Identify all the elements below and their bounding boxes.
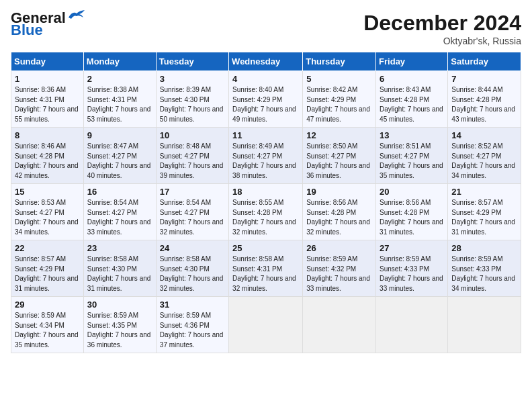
day-info: Sunrise: 8:48 AMSunset: 4:27 PMDaylight:…: [160, 142, 224, 179]
day-cell: 20 Sunrise: 8:56 AMSunset: 4:28 PMDaylig…: [376, 184, 448, 240]
day-info: Sunrise: 8:58 AMSunset: 4:30 PMDaylight:…: [87, 255, 151, 292]
day-number: 4: [232, 74, 299, 84]
day-number: 27: [380, 243, 444, 253]
day-info: Sunrise: 8:39 AMSunset: 4:30 PMDaylight:…: [160, 86, 224, 123]
day-cell: 25 Sunrise: 8:58 AMSunset: 4:31 PMDaylig…: [229, 240, 303, 297]
day-cell: 10 Sunrise: 8:48 AMSunset: 4:27 PMDaylig…: [156, 128, 228, 184]
day-number: 10: [160, 130, 225, 140]
day-number: 29: [15, 300, 80, 310]
day-cell: 29 Sunrise: 8:59 AMSunset: 4:34 PMDaylig…: [11, 297, 84, 353]
day-number: 5: [306, 74, 372, 84]
day-number: 8: [15, 130, 80, 140]
day-number: 3: [160, 74, 225, 84]
day-cell: 9 Sunrise: 8:47 AMSunset: 4:27 PMDayligh…: [83, 128, 156, 184]
day-info: Sunrise: 8:36 AMSunset: 4:31 PMDaylight:…: [15, 86, 79, 123]
day-cell: 12 Sunrise: 8:50 AMSunset: 4:27 PMDaylig…: [303, 128, 376, 184]
day-info: Sunrise: 8:52 AMSunset: 4:27 PMDaylight:…: [451, 142, 515, 179]
day-cell: 3 Sunrise: 8:39 AMSunset: 4:30 PMDayligh…: [156, 71, 228, 128]
logo-blue-text: Blue: [11, 23, 43, 38]
day-number: 15: [15, 187, 80, 197]
weekday-header-monday: Monday: [83, 52, 156, 71]
week-row-4: 22 Sunrise: 8:57 AMSunset: 4:29 PMDaylig…: [11, 240, 521, 297]
location-subtitle: Oktyabr'sk, Russia: [363, 36, 521, 46]
day-cell: 21 Sunrise: 8:57 AMSunset: 4:29 PMDaylig…: [448, 184, 521, 240]
day-cell: 28 Sunrise: 8:59 AMSunset: 4:33 PMDaylig…: [448, 240, 521, 297]
day-number: 18: [232, 187, 299, 197]
day-info: Sunrise: 8:59 AMSunset: 4:33 PMDaylight:…: [451, 255, 515, 292]
day-cell: 13 Sunrise: 8:51 AMSunset: 4:27 PMDaylig…: [376, 128, 448, 184]
day-cell: 19 Sunrise: 8:56 AMSunset: 4:28 PMDaylig…: [303, 184, 376, 240]
day-number: 7: [451, 74, 517, 84]
day-number: 11: [232, 130, 299, 140]
day-cell: 24 Sunrise: 8:58 AMSunset: 4:30 PMDaylig…: [156, 240, 228, 297]
day-number: 17: [160, 187, 225, 197]
day-cell: 22 Sunrise: 8:57 AMSunset: 4:29 PMDaylig…: [11, 240, 84, 297]
day-cell: 1 Sunrise: 8:36 AMSunset: 4:31 PMDayligh…: [11, 71, 84, 128]
day-info: Sunrise: 8:38 AMSunset: 4:31 PMDaylight:…: [87, 86, 151, 123]
day-cell: 8 Sunrise: 8:46 AMSunset: 4:28 PMDayligh…: [11, 128, 84, 184]
day-cell: 14 Sunrise: 8:52 AMSunset: 4:27 PMDaylig…: [448, 128, 521, 184]
day-number: 25: [232, 243, 299, 253]
day-info: Sunrise: 8:47 AMSunset: 4:27 PMDaylight:…: [87, 142, 151, 179]
day-number: 22: [15, 243, 80, 253]
day-cell: 7 Sunrise: 8:44 AMSunset: 4:28 PMDayligh…: [448, 71, 521, 128]
day-cell: 18 Sunrise: 8:55 AMSunset: 4:28 PMDaylig…: [229, 184, 303, 240]
day-cell: [448, 297, 521, 353]
weekday-header-saturday: Saturday: [448, 52, 521, 71]
day-info: Sunrise: 8:49 AMSunset: 4:27 PMDaylight:…: [232, 142, 296, 179]
day-cell: 4 Sunrise: 8:40 AMSunset: 4:29 PMDayligh…: [229, 71, 303, 128]
day-info: Sunrise: 8:57 AMSunset: 4:29 PMDaylight:…: [15, 255, 79, 292]
week-row-2: 8 Sunrise: 8:46 AMSunset: 4:28 PMDayligh…: [11, 128, 521, 184]
day-cell: 6 Sunrise: 8:43 AMSunset: 4:28 PMDayligh…: [376, 71, 448, 128]
day-cell: 31 Sunrise: 8:59 AMSunset: 4:36 PMDaylig…: [156, 297, 228, 353]
day-cell: 23 Sunrise: 8:58 AMSunset: 4:30 PMDaylig…: [83, 240, 156, 297]
day-number: 6: [380, 74, 444, 84]
day-info: Sunrise: 8:51 AMSunset: 4:27 PMDaylight:…: [380, 142, 443, 179]
day-number: 13: [380, 130, 444, 140]
weekday-header-friday: Friday: [376, 52, 448, 71]
day-number: 20: [380, 187, 444, 197]
day-info: Sunrise: 8:53 AMSunset: 4:27 PMDaylight:…: [15, 199, 79, 236]
day-info: Sunrise: 8:43 AMSunset: 4:28 PMDaylight:…: [380, 86, 443, 123]
day-number: 28: [451, 243, 517, 253]
day-number: 31: [160, 300, 225, 310]
day-cell: 27 Sunrise: 8:59 AMSunset: 4:33 PMDaylig…: [376, 240, 448, 297]
week-row-5: 29 Sunrise: 8:59 AMSunset: 4:34 PMDaylig…: [11, 297, 521, 353]
day-number: 1: [15, 74, 80, 84]
logo-bird-icon: [67, 9, 86, 21]
day-info: Sunrise: 8:54 AMSunset: 4:27 PMDaylight:…: [160, 199, 224, 236]
day-number: 23: [87, 243, 152, 253]
day-number: 26: [306, 243, 372, 253]
day-cell: [303, 297, 376, 353]
weekday-header-tuesday: Tuesday: [156, 52, 228, 71]
day-info: Sunrise: 8:58 AMSunset: 4:30 PMDaylight:…: [160, 255, 224, 292]
day-number: 21: [451, 187, 517, 197]
day-info: Sunrise: 8:59 AMSunset: 4:33 PMDaylight:…: [380, 255, 443, 292]
day-info: Sunrise: 8:40 AMSunset: 4:29 PMDaylight:…: [232, 86, 296, 123]
week-row-1: 1 Sunrise: 8:36 AMSunset: 4:31 PMDayligh…: [11, 71, 521, 128]
day-info: Sunrise: 8:56 AMSunset: 4:28 PMDaylight:…: [306, 199, 370, 236]
day-info: Sunrise: 8:55 AMSunset: 4:28 PMDaylight:…: [232, 199, 296, 236]
day-cell: [229, 297, 303, 353]
day-info: Sunrise: 8:44 AMSunset: 4:28 PMDaylight:…: [451, 86, 515, 123]
logo: General Blue: [11, 11, 86, 38]
day-info: Sunrise: 8:58 AMSunset: 4:31 PMDaylight:…: [232, 255, 296, 292]
day-number: 19: [306, 187, 372, 197]
calendar-table: SundayMondayTuesdayWednesdayThursdayFrid…: [11, 52, 521, 353]
day-info: Sunrise: 8:50 AMSunset: 4:27 PMDaylight:…: [306, 142, 370, 179]
weekday-header-row: SundayMondayTuesdayWednesdayThursdayFrid…: [11, 52, 521, 71]
day-cell: 16 Sunrise: 8:54 AMSunset: 4:27 PMDaylig…: [83, 184, 156, 240]
day-cell: 11 Sunrise: 8:49 AMSunset: 4:27 PMDaylig…: [229, 128, 303, 184]
day-number: 16: [87, 187, 152, 197]
day-number: 12: [306, 130, 372, 140]
day-info: Sunrise: 8:59 AMSunset: 4:35 PMDaylight:…: [87, 312, 151, 349]
day-cell: 15 Sunrise: 8:53 AMSunset: 4:27 PMDaylig…: [11, 184, 84, 240]
weekday-header-thursday: Thursday: [303, 52, 376, 71]
day-cell: [376, 297, 448, 353]
day-info: Sunrise: 8:54 AMSunset: 4:27 PMDaylight:…: [87, 199, 151, 236]
title-block: December 2024 Oktyabr'sk, Russia: [363, 11, 521, 46]
day-info: Sunrise: 8:56 AMSunset: 4:28 PMDaylight:…: [380, 199, 443, 236]
day-cell: 26 Sunrise: 8:59 AMSunset: 4:32 PMDaylig…: [303, 240, 376, 297]
month-title: December 2024: [363, 11, 521, 36]
day-info: Sunrise: 8:59 AMSunset: 4:32 PMDaylight:…: [306, 255, 370, 292]
